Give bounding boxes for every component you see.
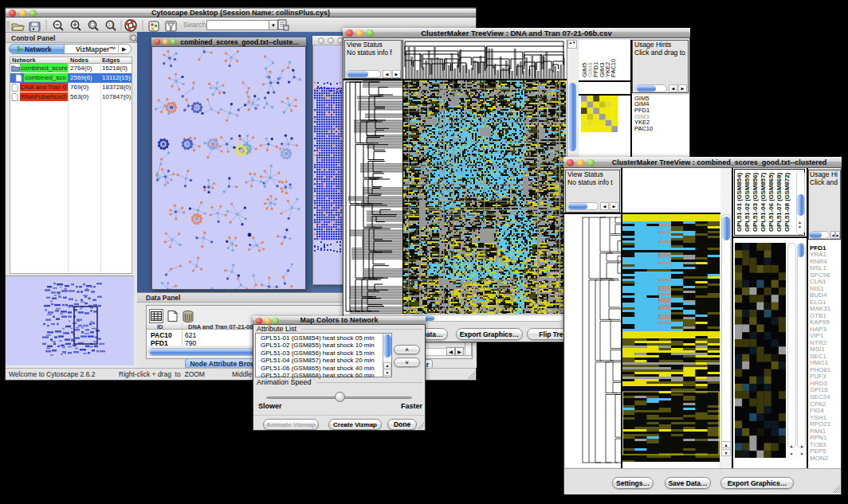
svg-text:1:1: 1:1 (108, 22, 113, 27)
